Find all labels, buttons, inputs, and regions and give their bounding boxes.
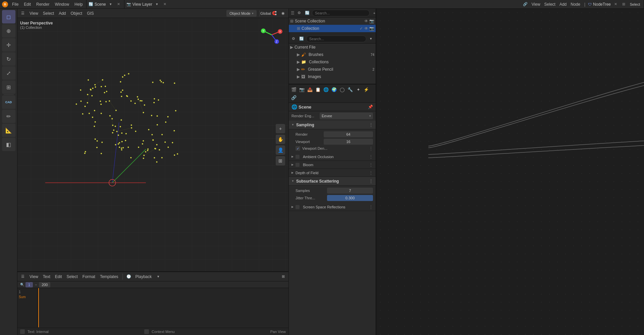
asset-search[interactable] <box>306 36 366 42</box>
sss-dots[interactable]: ⋮ <box>369 179 373 184</box>
ssr-checkbox[interactable] <box>296 205 300 209</box>
tl-layout[interactable]: ⊞ <box>280 273 286 280</box>
frame-current[interactable]: 1 <box>25 282 33 287</box>
outliner-sync[interactable]: 🔄 <box>304 10 311 16</box>
tool-annotate[interactable]: ✏ <box>2 110 15 123</box>
tool-measure[interactable]: 📐 <box>2 124 15 137</box>
props-constraints-icon[interactable]: 🔗 <box>290 94 298 101</box>
statusbar-icon[interactable] <box>20 329 25 334</box>
context-icon[interactable] <box>144 329 149 334</box>
render-engine-dropdown[interactable]: Eevee ▾ <box>320 113 373 119</box>
tl-playback[interactable]: Playback <box>134 274 153 280</box>
props-view-layer-icon[interactable]: 📋 <box>314 86 322 93</box>
view-layer-dropdown[interactable]: ▾ <box>154 1 160 8</box>
tl-menu-format[interactable]: Format <box>81 274 97 280</box>
outline-grease-pencil[interactable]: ▶ ✏ Grease Pencil 2 <box>289 66 376 73</box>
asset-filter[interactable]: ⚙ <box>290 36 297 42</box>
node-menu-add[interactable]: Add <box>558 1 568 7</box>
sss-header[interactable]: Subsurface Scattering ⋮ <box>289 177 376 186</box>
vp-tool-add[interactable]: + <box>276 124 285 133</box>
bloom-dots[interactable]: ⋮ <box>369 162 373 167</box>
node-menu-view[interactable]: View <box>530 1 542 7</box>
menu-edit[interactable]: Edit <box>22 1 32 7</box>
menu-render[interactable]: Render <box>35 1 51 7</box>
ambient-occlusion-section[interactable]: Ambient Occlusion ⋮ <box>289 153 376 161</box>
sss-jitter-value[interactable]: 0.300 <box>327 195 373 201</box>
frame-end[interactable]: 200 <box>39 282 50 287</box>
vp-menu-view[interactable]: View <box>28 10 40 16</box>
asset-sync[interactable]: 🔄 <box>298 36 305 42</box>
menu-help[interactable]: Help <box>73 1 84 7</box>
vp-proportional[interactable]: ◉ <box>280 10 286 17</box>
props-render-icon[interactable]: 📷 <box>298 86 306 93</box>
tl-menu-edit[interactable]: Edit <box>54 274 63 280</box>
node-editor-close[interactable]: ✕ <box>612 1 619 8</box>
menu-window[interactable]: Window <box>53 1 70 7</box>
view-layer-close[interactable]: ✕ <box>162 1 168 8</box>
node-editor-icons[interactable]: ⊞ <box>620 1 627 8</box>
sampling-header[interactable]: Sampling ⋮ <box>289 121 376 129</box>
vp-menu-gis[interactable]: GIS <box>86 10 95 16</box>
vp-snap[interactable]: 🧲 <box>271 10 278 17</box>
bloom-checkbox[interactable] <box>296 163 300 167</box>
viewport-denoise-checkbox[interactable] <box>296 146 300 151</box>
asset-dropdown[interactable]: ▾ <box>368 36 374 42</box>
props-world-icon[interactable]: 🌍 <box>330 86 338 93</box>
props-modifiers-icon[interactable]: 🔧 <box>346 86 354 93</box>
tl-menu-templates[interactable]: Templates <box>99 274 120 280</box>
tool-cad[interactable]: CAD <box>2 95 15 109</box>
props-physics-icon[interactable]: ⚡ <box>363 86 370 93</box>
tool-select[interactable]: ◻ <box>2 10 15 23</box>
node-menu-select[interactable]: Select <box>543 1 557 7</box>
tool-add-cube[interactable]: ◧ <box>2 138 15 151</box>
dof-dots[interactable]: ⋮ <box>369 171 373 175</box>
tool-rotate[interactable]: ↻ <box>2 52 15 66</box>
vp-tool-grid[interactable]: ⊞ <box>276 156 285 165</box>
node-canvas[interactable]: ◉ ☰ ○ ○ ○ Viewer Draw ▼ BAKE ✕ <box>376 9 644 335</box>
props-object-icon[interactable]: ◯ <box>338 86 346 93</box>
tl-menu-text[interactable]: Text <box>42 274 52 280</box>
outliner-filter[interactable]: ⚙ <box>296 10 303 16</box>
node-select-label[interactable]: Select <box>628 1 642 8</box>
denoise-dots[interactable]: ⋮ <box>369 146 373 151</box>
ao-dots[interactable]: ⋮ <box>369 154 373 159</box>
outliner-add[interactable]: + <box>371 10 376 16</box>
outline-images[interactable]: ▶ 🖼 Images <box>289 73 376 80</box>
outline-collections[interactable]: ▶ 📁 Collections <box>289 58 376 66</box>
vp-mode-dropdown[interactable]: Object Mode ▾ <box>226 10 257 17</box>
vp-menu-object[interactable]: Object <box>69 10 84 16</box>
outline-row-scene-collection[interactable]: ⊞ Scene Collection 👁 📷 <box>289 17 376 25</box>
vp-menu-select[interactable]: Select <box>42 10 55 16</box>
outline-current-file[interactable]: ▶ Current File <box>289 44 376 51</box>
tool-move[interactable]: ✛ <box>2 38 15 52</box>
node-menu-node[interactable]: Node <box>569 1 582 7</box>
outliner-search[interactable] <box>312 10 370 16</box>
tl-clock[interactable]: 🕐 <box>125 273 132 280</box>
dof-section[interactable]: Depth of Field ⋮ <box>289 169 376 177</box>
timeline-menu-toggle[interactable]: ☰ <box>19 273 26 280</box>
props-scene-icon[interactable]: 🎬 <box>290 86 298 93</box>
outline-row-collection[interactable]: ⊞ Collection ✓ 👁 📷 <box>289 25 376 32</box>
sampling-dots[interactable]: ⋮ <box>369 123 373 127</box>
sss-samples-value[interactable]: 7 <box>327 188 373 194</box>
props-particles-icon[interactable]: ✦ <box>355 86 362 93</box>
ao-checkbox[interactable] <box>296 155 300 159</box>
vp-menu-add[interactable]: Add <box>57 10 67 16</box>
timeline-summary[interactable]: Sum <box>19 294 36 299</box>
tl-menu-view[interactable]: View <box>28 274 40 280</box>
vp-tool-pan[interactable]: ✋ <box>276 135 285 144</box>
ssr-dots[interactable]: ⋮ <box>369 205 373 209</box>
props-output-icon[interactable]: 📤 <box>306 86 314 93</box>
tool-transform[interactable]: ⊞ <box>2 80 15 94</box>
vp-tool-person[interactable]: 👤 <box>276 145 285 155</box>
tl-menu-select[interactable]: Select <box>65 274 79 280</box>
render-samples-value[interactable]: 64 <box>324 131 373 137</box>
scene-dropdown[interactable]: ▾ <box>107 1 114 8</box>
viewport-menu-toggle[interactable]: ☰ <box>19 10 26 17</box>
props-scene-pin[interactable]: 📌 <box>368 105 373 109</box>
context-menu-label[interactable]: Context Menu <box>152 330 174 334</box>
menu-file[interactable]: File <box>11 1 20 7</box>
outline-brushes[interactable]: ▶ 🖌 Brushes 74 <box>289 51 376 58</box>
tool-scale[interactable]: ⤢ <box>2 66 15 80</box>
tool-cursor[interactable]: ⊕ <box>2 24 15 38</box>
